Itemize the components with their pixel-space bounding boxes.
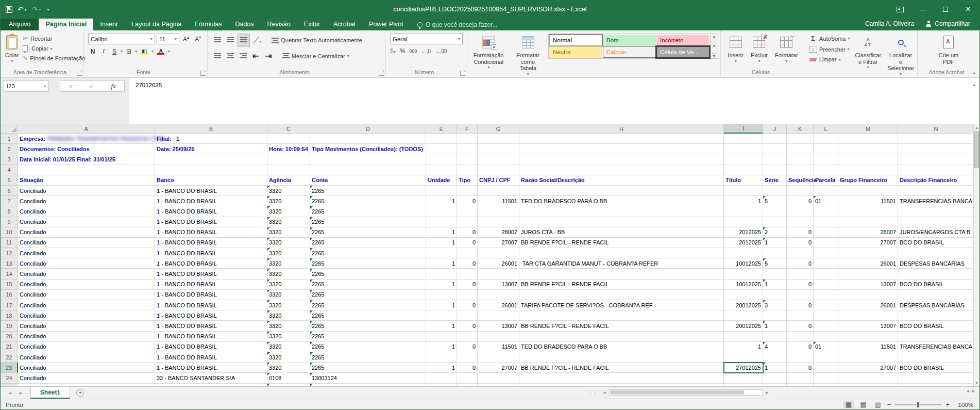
cell-B16[interactable]: 1 - BANCO DO BRASIL [155, 290, 267, 300]
cell-E14[interactable] [426, 269, 457, 279]
cell-F2[interactable] [457, 144, 478, 154]
customize-quick-access-icon[interactable]: ▾ [46, 7, 49, 12]
cell-L2[interactable] [814, 144, 838, 154]
maximize-icon[interactable] [934, 1, 957, 18]
cell-F9[interactable] [457, 217, 478, 227]
cell-style-neutra[interactable]: Neutra [549, 46, 602, 58]
cell-D8[interactable]: 2265 [310, 206, 426, 217]
cell-A18[interactable]: Conciliado [18, 310, 155, 321]
cell-K1[interactable] [787, 134, 814, 144]
cell-A1[interactable]: Empresa: PRIMEIRA TRANSPORTES PESADOS LT… [18, 134, 155, 144]
cell-J13[interactable]: 5 [763, 258, 787, 269]
row-header-23[interactable]: 23 [1, 363, 18, 373]
cell-N6[interactable] [898, 186, 974, 196]
collapse-formula-bar-icon[interactable]: ▴ [973, 82, 975, 87]
cell-B15[interactable]: 1 - BANCO DO BRASIL [155, 280, 267, 290]
cell-I14[interactable] [724, 269, 763, 279]
cell-D14[interactable]: 2265 [310, 269, 426, 279]
cell-B9[interactable]: 1 - BANCO DO BRASIL [155, 217, 267, 227]
cell-E10[interactable]: 1 [426, 227, 457, 238]
cell-A6[interactable]: Conciliado [18, 186, 155, 196]
cell-L20[interactable] [814, 332, 838, 342]
gallery-more-icon[interactable]: ▼ [713, 54, 716, 58]
cut-button[interactable]: ✂Recortar [21, 34, 87, 43]
cell-D2[interactable]: Tipo Movimentos (Conciliados): (TODOS) [310, 144, 426, 154]
cell-C5[interactable]: Agência [267, 175, 310, 186]
cell-E6[interactable] [426, 186, 457, 196]
cell-B1[interactable]: Filial: 1 [155, 134, 267, 144]
cell-H16[interactable] [519, 290, 724, 300]
cell-H8[interactable] [519, 206, 724, 217]
ribbon-tab-inserir[interactable]: Inserir [93, 19, 125, 30]
cell-F20[interactable] [457, 332, 478, 342]
insert-cells-button[interactable]: Inserir▾ [725, 32, 746, 64]
cell-J11[interactable]: 1 [763, 238, 787, 248]
cell-A17[interactable]: Conciliado [18, 300, 155, 310]
cell-F23[interactable]: 0 [457, 363, 478, 373]
cell-K8[interactable] [787, 206, 814, 217]
cell-N23[interactable]: BCO DO BRASIL [898, 363, 974, 373]
row-header-15[interactable]: 15 [1, 280, 18, 290]
cell-G22[interactable] [478, 352, 519, 363]
cell-E7[interactable]: 1 [426, 196, 457, 206]
cell-I20[interactable] [724, 332, 763, 342]
cell-K2[interactable] [787, 144, 814, 154]
cell-K5[interactable]: Sequência [787, 175, 814, 186]
cell-E4[interactable] [426, 165, 457, 175]
styles-gallery-scrollbar[interactable]: ▲ ▼ ▼ [711, 34, 718, 59]
cell-L4[interactable] [814, 165, 838, 175]
column-header-K[interactable]: K [787, 124, 814, 134]
cell-B12[interactable]: 1 - BANCO DO BRASIL [155, 248, 267, 258]
format-cells-button[interactable]: ↔ Formatar▾ [772, 32, 801, 64]
cell-E5[interactable]: Unidade [426, 175, 457, 186]
cell-J17[interactable]: 3 [763, 300, 787, 310]
cell-L12[interactable] [814, 248, 838, 258]
cell-C13[interactable]: 3320 [267, 258, 310, 269]
bold-button[interactable]: N [88, 47, 97, 56]
vertical-scroll-thumb[interactable] [974, 132, 979, 168]
shrink-font-button[interactable]: A▾ [193, 35, 203, 43]
cell-C22[interactable]: 3320 [267, 352, 310, 363]
row-header-13[interactable]: 13 [1, 258, 18, 269]
cell-M16[interactable] [838, 290, 898, 300]
cell-F24[interactable] [457, 373, 478, 383]
cell-M4[interactable] [838, 165, 898, 175]
cell-A4[interactable] [18, 165, 155, 175]
cell-I5[interactable]: Título [724, 175, 763, 186]
collapse-ribbon-icon[interactable]: ▴ [973, 70, 975, 75]
row-header-17[interactable]: 17 [1, 300, 18, 310]
cell-H12[interactable] [519, 248, 724, 258]
cell-J19[interactable]: 1 [763, 321, 787, 331]
cell-J14[interactable] [763, 269, 787, 279]
cell-G8[interactable] [478, 206, 519, 217]
cell-D13[interactable]: 2265 [310, 258, 426, 269]
cell-H9[interactable] [519, 217, 724, 227]
cell-E16[interactable] [426, 290, 457, 300]
cell-B5[interactable]: Banco [155, 175, 267, 186]
cell-D20[interactable]: 2265 [310, 332, 426, 342]
row-header-6[interactable]: 6 [1, 186, 18, 196]
tell-me-box[interactable]: O que você deseja fazer... [417, 21, 497, 30]
cell-H23[interactable]: BB RENDE F?CIL - RENDE FACIL [519, 363, 724, 373]
name-box[interactable]: I23▾ [4, 80, 49, 92]
cell-M21[interactable]: 11501 [838, 342, 898, 352]
increase-indent-icon[interactable]: ⇥ [263, 50, 274, 62]
row-header-1[interactable]: 1 [1, 134, 18, 144]
cell-L17[interactable] [814, 300, 838, 310]
cell-E8[interactable] [426, 206, 457, 217]
create-pdf-button[interactable]: Crie um PDF [931, 32, 967, 66]
cell-C12[interactable]: 3320 [267, 248, 310, 258]
cell-N9[interactable] [898, 217, 974, 227]
cell-E20[interactable] [426, 332, 457, 342]
dialog-launcher-icon[interactable] [77, 71, 82, 76]
cell-L24[interactable] [814, 373, 838, 383]
cell-F4[interactable] [457, 165, 478, 175]
cell-B6[interactable]: 1 - BANCO DO BRASIL [155, 186, 267, 196]
cell-I22[interactable] [724, 352, 763, 363]
cell-J21[interactable]: 4 [763, 342, 787, 352]
paste-button[interactable]: Colar▾ [3, 32, 21, 64]
cell-C17[interactable]: 3320 [267, 300, 310, 310]
cell-J5[interactable]: Série [763, 175, 787, 186]
cell-H24[interactable] [519, 373, 724, 383]
cell-D22[interactable]: 2265 [310, 352, 426, 363]
